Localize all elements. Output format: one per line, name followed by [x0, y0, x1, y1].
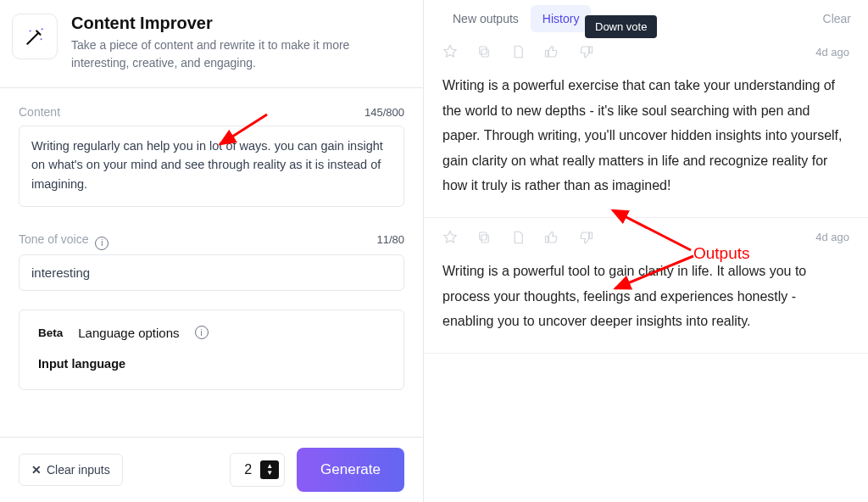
content-label: Content	[19, 105, 60, 119]
output-panel: New outputs History Clear Down vote 4d a…	[424, 0, 868, 502]
tabs: New outputs History Clear Down vote	[424, 0, 868, 32]
form-area: Content 145/800 Tone of voice i 11/80 Be…	[0, 88, 423, 437]
input-language-label: Input language	[38, 357, 385, 371]
tone-label: Tone of voice i	[19, 232, 108, 248]
star-icon[interactable]	[442, 230, 458, 245]
thumbs-down-icon[interactable]	[578, 230, 593, 245]
document-icon[interactable]	[510, 230, 526, 245]
generate-button[interactable]: Generate	[297, 448, 404, 492]
output-text: Writing is a powerful tool to gain clari…	[442, 259, 849, 334]
output-count-value: 2	[244, 462, 252, 477]
star-icon[interactable]	[442, 44, 458, 59]
svg-rect-7	[480, 232, 487, 240]
language-options-label: Language options	[78, 326, 179, 340]
page-subtitle: Take a piece of content and rewrite it t…	[71, 36, 406, 72]
output-timestamp: 4d ago	[815, 46, 849, 59]
content-counter: 145/800	[364, 106, 404, 119]
bottom-bar: ✕ Clear inputs 2 ▲▼ Generate	[0, 437, 423, 502]
thumbs-up-icon[interactable]	[544, 230, 559, 245]
tool-icon	[12, 14, 58, 59]
content-textarea[interactable]	[19, 126, 404, 207]
tooltip-downvote: Down vote	[585, 15, 657, 38]
output-card: 4d ago Writing is a powerful tool to gai…	[424, 218, 868, 354]
page-title: Content Improver	[71, 14, 406, 33]
tool-header: Content Improver Take a piece of content…	[0, 0, 423, 88]
beta-badge: Beta	[38, 326, 63, 339]
tone-input[interactable]	[19, 254, 404, 291]
tone-counter: 11/80	[376, 233, 404, 246]
tab-history[interactable]: History	[531, 5, 592, 32]
input-panel: Content Improver Take a piece of content…	[0, 0, 424, 502]
close-icon: ✕	[31, 463, 42, 477]
clear-inputs-label: Clear inputs	[47, 463, 110, 477]
stepper-icon[interactable]: ▲▼	[260, 460, 279, 479]
copy-icon[interactable]	[476, 44, 492, 59]
clear-inputs-button[interactable]: ✕ Clear inputs	[19, 454, 123, 486]
info-icon[interactable]: i	[195, 326, 209, 339]
svg-rect-6	[481, 235, 488, 243]
copy-icon[interactable]	[476, 230, 492, 245]
svg-point-2	[42, 28, 43, 30]
svg-rect-5	[480, 47, 487, 54]
thumbs-up-icon[interactable]	[544, 44, 559, 59]
tab-new-outputs[interactable]: New outputs	[441, 5, 531, 32]
tone-label-text: Tone of voice	[19, 232, 89, 246]
output-count-stepper[interactable]: 2 ▲▼	[230, 453, 285, 487]
output-card: 4d ago Writing is a powerful exercise th…	[424, 32, 868, 218]
info-icon: i	[95, 237, 108, 250]
svg-point-1	[41, 38, 42, 40]
svg-point-0	[30, 30, 31, 31]
language-options-box: Beta Language options i Input language	[19, 310, 404, 390]
svg-rect-4	[481, 49, 488, 57]
document-icon[interactable]	[510, 44, 526, 59]
thumbs-down-icon[interactable]	[578, 44, 593, 59]
output-text: Writing is a powerful exercise that can …	[442, 73, 849, 198]
output-timestamp: 4d ago	[815, 231, 849, 243]
clear-outputs-button[interactable]: Clear	[823, 12, 851, 25]
